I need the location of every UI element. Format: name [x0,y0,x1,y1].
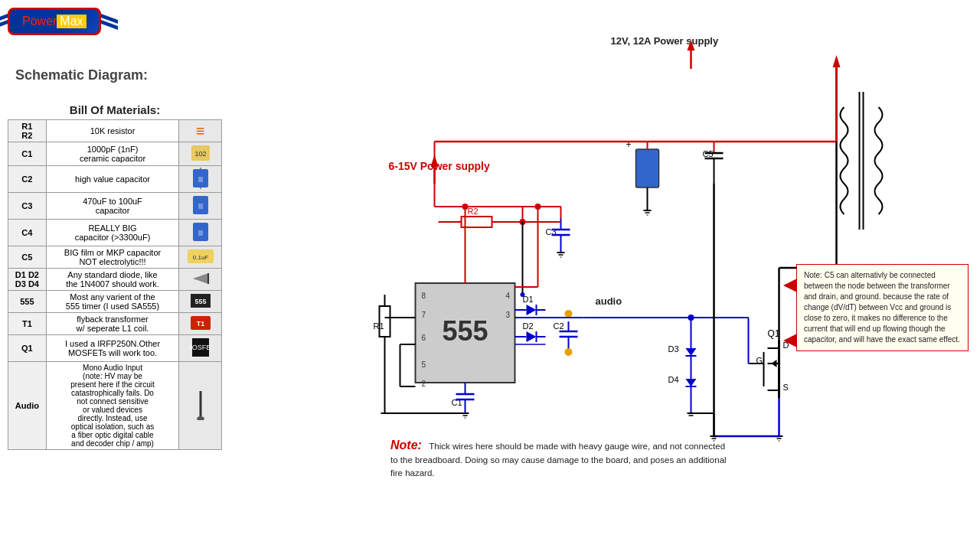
svg-point-68 [565,310,573,318]
bom-table: R1 R2 10K resistor ≡ C1 1000pF (1nF)cera… [8,119,222,450]
svg-text:|||: ||| [198,202,202,209]
svg-text:3: 3 [506,311,511,319]
svg-text:555: 555 [442,315,488,347]
svg-text:8: 8 [422,292,426,300]
bottom-note: Note: Thick wires here should be made wi… [390,436,727,532]
logo-max: Max [57,15,86,28]
svg-text:2: 2 [422,380,426,388]
table-row: Q1 I used a IRFP250N.OtherMOSFETs will w… [8,335,222,362]
svg-point-162 [535,204,541,210]
svg-point-159 [521,292,525,297]
table-row: C1 1000pF (1nF)ceramic capacitor 102 [8,142,222,166]
svg-text:MOSFET: MOSFET [189,344,212,351]
svg-marker-55 [527,305,537,315]
svg-point-76 [462,204,469,210]
bom-title: Bill Of Materials: [8,103,222,116]
note-text: Thick wires here should be made with hea… [390,442,727,478]
svg-marker-102 [772,360,777,367]
svg-text:D3: D3 [668,344,679,354]
svg-point-69 [565,348,573,356]
note-label: Note: [390,439,422,452]
svg-text:D4: D4 [668,375,679,384]
c5-note-text: Note: C5 can alternativly be connected b… [804,271,960,344]
table-row: C4 REALLY BIGcapacitor (>3300uF) ||| [8,220,222,246]
logo-header: PowerMax [8,8,101,35]
svg-text:0.1uF: 0.1uF [192,254,208,261]
svg-marker-115 [686,379,697,386]
svg-text:4: 4 [506,292,511,300]
logo-power: Power [22,15,57,28]
svg-marker-147 [833,55,841,67]
table-row: D1 D2 D3 D4 Any standard diode, likethe … [8,269,222,291]
c5-note-box: Note: C5 can alternativly be connected b… [796,264,969,351]
svg-point-21 [197,416,204,420]
table-row: Audio Mono Audio Input(note: HV may bepr… [8,362,222,450]
audio-label: audio [596,295,622,307]
svg-text:C2: C2 [554,321,564,331]
table-row: R1 R2 10K resistor ≡ [8,120,222,142]
bom-container: Bill Of Materials: R1 R2 10K resistor ≡ … [8,103,222,450]
table-row: C2 high value capacitor ||| [8,166,222,193]
12v-label: 12V, 12A Power supply [611,35,719,47]
svg-rect-131 [636,149,659,187]
table-row: T1 flyback transformerw/ seperate L1 coi… [8,313,222,335]
svg-text:7: 7 [422,311,426,319]
table-row: C5 BIG film or MKP capacitorNOT electrol… [8,246,222,269]
svg-text:R2: R2 [468,207,479,216]
6-15v-label: 6-15V Power supply [389,160,490,172]
svg-text:D2: D2 [523,321,534,331]
table-row: C3 470uF to 100uFcapacitor ||| [8,193,222,220]
svg-marker-110 [686,348,697,356]
table-row: 555 Most any varient of the555 timer (I … [8,291,222,313]
svg-text:T1: T1 [196,320,204,328]
svg-text:6: 6 [422,334,426,342]
svg-text:102: 102 [194,150,206,158]
svg-text:|||: ||| [198,229,202,236]
svg-marker-12 [193,273,208,284]
svg-text:5: 5 [422,360,426,369]
svg-point-124 [688,315,694,321]
svg-marker-60 [527,331,537,342]
logo-box: PowerMax [8,8,101,35]
schematic-label: Schematic Diagram: [15,67,148,83]
svg-text:S: S [783,383,789,392]
svg-text:|||: ||| [198,175,202,182]
svg-text:555: 555 [194,298,206,305]
